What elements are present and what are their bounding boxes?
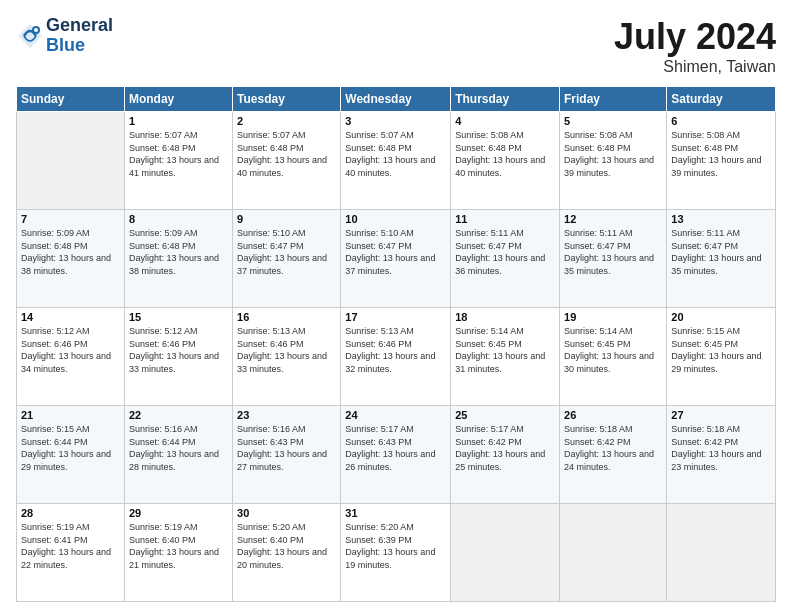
day-info: Sunrise: 5:07 AM Sunset: 6:48 PM Dayligh… xyxy=(237,129,336,179)
day-info: Sunrise: 5:18 AM Sunset: 6:42 PM Dayligh… xyxy=(564,423,662,473)
calendar-cell: 2 Sunrise: 5:07 AM Sunset: 6:48 PM Dayli… xyxy=(233,112,341,210)
day-info: Sunrise: 5:12 AM Sunset: 6:46 PM Dayligh… xyxy=(129,325,228,375)
calendar-cell: 29 Sunrise: 5:19 AM Sunset: 6:40 PM Dayl… xyxy=(124,504,232,602)
calendar-cell: 15 Sunrise: 5:12 AM Sunset: 6:46 PM Dayl… xyxy=(124,308,232,406)
day-number: 8 xyxy=(129,213,228,225)
day-info: Sunrise: 5:08 AM Sunset: 6:48 PM Dayligh… xyxy=(564,129,662,179)
day-number: 1 xyxy=(129,115,228,127)
day-number: 22 xyxy=(129,409,228,421)
week-row-1: 1 Sunrise: 5:07 AM Sunset: 6:48 PM Dayli… xyxy=(17,112,776,210)
main-container: General Blue July 2024 Shimen, Taiwan Su… xyxy=(0,0,792,612)
calendar-cell: 30 Sunrise: 5:20 AM Sunset: 6:40 PM Dayl… xyxy=(233,504,341,602)
calendar-cell: 27 Sunrise: 5:18 AM Sunset: 6:42 PM Dayl… xyxy=(667,406,776,504)
day-info: Sunrise: 5:16 AM Sunset: 6:43 PM Dayligh… xyxy=(237,423,336,473)
day-info: Sunrise: 5:08 AM Sunset: 6:48 PM Dayligh… xyxy=(671,129,771,179)
day-number: 4 xyxy=(455,115,555,127)
calendar-cell: 6 Sunrise: 5:08 AM Sunset: 6:48 PM Dayli… xyxy=(667,112,776,210)
day-number: 23 xyxy=(237,409,336,421)
day-number: 2 xyxy=(237,115,336,127)
calendar-cell: 22 Sunrise: 5:16 AM Sunset: 6:44 PM Dayl… xyxy=(124,406,232,504)
day-number: 25 xyxy=(455,409,555,421)
calendar-cell: 5 Sunrise: 5:08 AM Sunset: 6:48 PM Dayli… xyxy=(560,112,667,210)
day-info: Sunrise: 5:12 AM Sunset: 6:46 PM Dayligh… xyxy=(21,325,120,375)
day-info: Sunrise: 5:13 AM Sunset: 6:46 PM Dayligh… xyxy=(345,325,446,375)
calendar-cell xyxy=(17,112,125,210)
day-info: Sunrise: 5:10 AM Sunset: 6:47 PM Dayligh… xyxy=(237,227,336,277)
day-number: 18 xyxy=(455,311,555,323)
day-info: Sunrise: 5:20 AM Sunset: 6:39 PM Dayligh… xyxy=(345,521,446,571)
day-info: Sunrise: 5:18 AM Sunset: 6:42 PM Dayligh… xyxy=(671,423,771,473)
column-header-sunday: Sunday xyxy=(17,87,125,112)
day-info: Sunrise: 5:11 AM Sunset: 6:47 PM Dayligh… xyxy=(671,227,771,277)
day-info: Sunrise: 5:15 AM Sunset: 6:45 PM Dayligh… xyxy=(671,325,771,375)
day-number: 24 xyxy=(345,409,446,421)
logo-blue-text: Blue xyxy=(46,36,113,56)
calendar-cell: 3 Sunrise: 5:07 AM Sunset: 6:48 PM Dayli… xyxy=(341,112,451,210)
week-row-3: 14 Sunrise: 5:12 AM Sunset: 6:46 PM Dayl… xyxy=(17,308,776,406)
calendar-cell xyxy=(560,504,667,602)
day-info: Sunrise: 5:07 AM Sunset: 6:48 PM Dayligh… xyxy=(129,129,228,179)
calendar-cell: 4 Sunrise: 5:08 AM Sunset: 6:48 PM Dayli… xyxy=(451,112,560,210)
calendar-cell: 11 Sunrise: 5:11 AM Sunset: 6:47 PM Dayl… xyxy=(451,210,560,308)
day-info: Sunrise: 5:15 AM Sunset: 6:44 PM Dayligh… xyxy=(21,423,120,473)
day-info: Sunrise: 5:10 AM Sunset: 6:47 PM Dayligh… xyxy=(345,227,446,277)
calendar-cell: 23 Sunrise: 5:16 AM Sunset: 6:43 PM Dayl… xyxy=(233,406,341,504)
calendar-cell: 20 Sunrise: 5:15 AM Sunset: 6:45 PM Dayl… xyxy=(667,308,776,406)
calendar-cell: 12 Sunrise: 5:11 AM Sunset: 6:47 PM Dayl… xyxy=(560,210,667,308)
column-header-friday: Friday xyxy=(560,87,667,112)
calendar-cell xyxy=(667,504,776,602)
calendar-cell: 9 Sunrise: 5:10 AM Sunset: 6:47 PM Dayli… xyxy=(233,210,341,308)
calendar-cell: 8 Sunrise: 5:09 AM Sunset: 6:48 PM Dayli… xyxy=(124,210,232,308)
day-info: Sunrise: 5:08 AM Sunset: 6:48 PM Dayligh… xyxy=(455,129,555,179)
column-header-saturday: Saturday xyxy=(667,87,776,112)
day-info: Sunrise: 5:16 AM Sunset: 6:44 PM Dayligh… xyxy=(129,423,228,473)
calendar-cell: 13 Sunrise: 5:11 AM Sunset: 6:47 PM Dayl… xyxy=(667,210,776,308)
day-info: Sunrise: 5:11 AM Sunset: 6:47 PM Dayligh… xyxy=(564,227,662,277)
week-row-5: 28 Sunrise: 5:19 AM Sunset: 6:41 PM Dayl… xyxy=(17,504,776,602)
calendar-cell: 18 Sunrise: 5:14 AM Sunset: 6:45 PM Dayl… xyxy=(451,308,560,406)
title-block: July 2024 Shimen, Taiwan xyxy=(614,16,776,76)
day-number: 16 xyxy=(237,311,336,323)
day-number: 14 xyxy=(21,311,120,323)
day-info: Sunrise: 5:07 AM Sunset: 6:48 PM Dayligh… xyxy=(345,129,446,179)
day-number: 13 xyxy=(671,213,771,225)
day-info: Sunrise: 5:14 AM Sunset: 6:45 PM Dayligh… xyxy=(564,325,662,375)
calendar-cell: 16 Sunrise: 5:13 AM Sunset: 6:46 PM Dayl… xyxy=(233,308,341,406)
day-info: Sunrise: 5:17 AM Sunset: 6:42 PM Dayligh… xyxy=(455,423,555,473)
day-info: Sunrise: 5:19 AM Sunset: 6:41 PM Dayligh… xyxy=(21,521,120,571)
calendar-cell: 19 Sunrise: 5:14 AM Sunset: 6:45 PM Dayl… xyxy=(560,308,667,406)
calendar-cell: 14 Sunrise: 5:12 AM Sunset: 6:46 PM Dayl… xyxy=(17,308,125,406)
calendar-cell: 10 Sunrise: 5:10 AM Sunset: 6:47 PM Dayl… xyxy=(341,210,451,308)
column-header-thursday: Thursday xyxy=(451,87,560,112)
calendar-cell: 17 Sunrise: 5:13 AM Sunset: 6:46 PM Dayl… xyxy=(341,308,451,406)
day-number: 20 xyxy=(671,311,771,323)
calendar-cell: 7 Sunrise: 5:09 AM Sunset: 6:48 PM Dayli… xyxy=(17,210,125,308)
svg-point-3 xyxy=(34,28,38,32)
column-header-monday: Monday xyxy=(124,87,232,112)
month-title: July 2024 xyxy=(614,16,776,58)
column-header-tuesday: Tuesday xyxy=(233,87,341,112)
day-info: Sunrise: 5:13 AM Sunset: 6:46 PM Dayligh… xyxy=(237,325,336,375)
day-info: Sunrise: 5:17 AM Sunset: 6:43 PM Dayligh… xyxy=(345,423,446,473)
calendar-cell: 28 Sunrise: 5:19 AM Sunset: 6:41 PM Dayl… xyxy=(17,504,125,602)
day-number: 30 xyxy=(237,507,336,519)
column-header-wednesday: Wednesday xyxy=(341,87,451,112)
day-info: Sunrise: 5:19 AM Sunset: 6:40 PM Dayligh… xyxy=(129,521,228,571)
week-row-4: 21 Sunrise: 5:15 AM Sunset: 6:44 PM Dayl… xyxy=(17,406,776,504)
calendar-body: 1 Sunrise: 5:07 AM Sunset: 6:48 PM Dayli… xyxy=(17,112,776,602)
day-info: Sunrise: 5:14 AM Sunset: 6:45 PM Dayligh… xyxy=(455,325,555,375)
day-number: 3 xyxy=(345,115,446,127)
day-number: 21 xyxy=(21,409,120,421)
day-number: 17 xyxy=(345,311,446,323)
day-number: 10 xyxy=(345,213,446,225)
day-info: Sunrise: 5:20 AM Sunset: 6:40 PM Dayligh… xyxy=(237,521,336,571)
day-number: 5 xyxy=(564,115,662,127)
logo: General Blue xyxy=(16,16,113,56)
day-number: 19 xyxy=(564,311,662,323)
day-number: 28 xyxy=(21,507,120,519)
day-number: 29 xyxy=(129,507,228,519)
day-number: 12 xyxy=(564,213,662,225)
day-number: 7 xyxy=(21,213,120,225)
day-number: 11 xyxy=(455,213,555,225)
calendar-cell: 25 Sunrise: 5:17 AM Sunset: 6:42 PM Dayl… xyxy=(451,406,560,504)
